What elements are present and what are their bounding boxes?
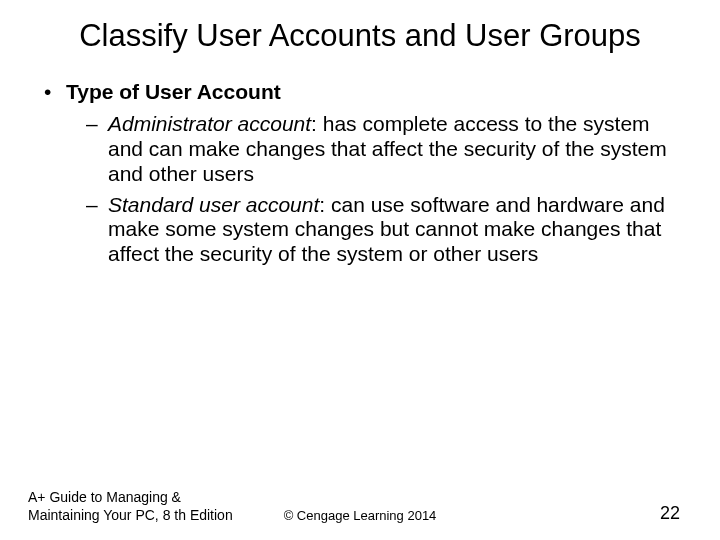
list-item: Administrator account: has complete acce…	[40, 112, 680, 186]
slide-content: Type of User Account Administrator accou…	[40, 80, 680, 267]
slide-footer: A+ Guide to Managing & Maintaining Your …	[0, 489, 720, 524]
slide-number: 22	[660, 502, 680, 525]
footer-center: © Cengage Learning 2014	[284, 508, 437, 524]
term: Standard user account	[108, 193, 319, 216]
list-item: Standard user account: can use software …	[40, 193, 680, 267]
section-heading: Type of User Account	[40, 80, 680, 105]
footer-left: A+ Guide to Managing & Maintaining Your …	[28, 489, 248, 524]
slide-title: Classify User Accounts and User Groups	[60, 18, 660, 54]
slide: Classify User Accounts and User Groups T…	[0, 0, 720, 540]
term: Administrator account	[108, 112, 311, 135]
